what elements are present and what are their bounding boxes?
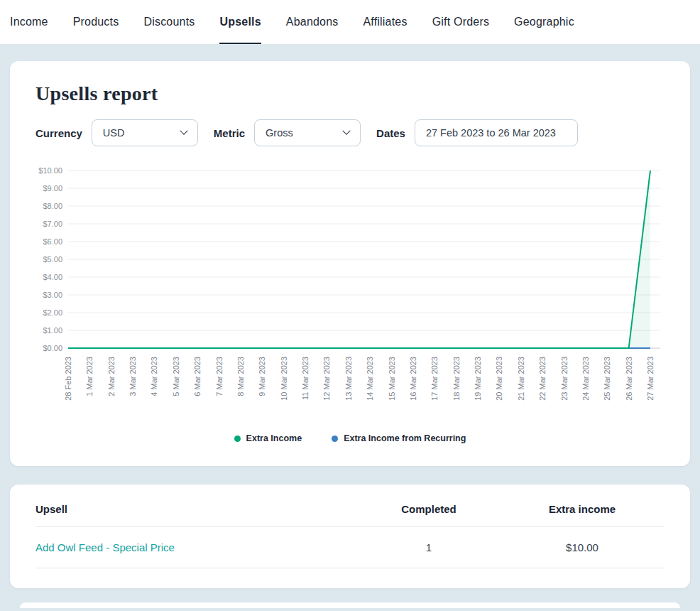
next-section-peek	[20, 602, 680, 608]
svg-text:7 Mar 2023: 7 Mar 2023	[215, 357, 224, 396]
svg-text:12 Mar 2023: 12 Mar 2023	[322, 357, 331, 401]
legend-extra-income[interactable]: Extra Income	[234, 433, 302, 443]
report-filters: Currency USD Metric Gross Dates 27 Feb 2…	[35, 119, 665, 146]
tab-affiliates[interactable]: Affiliates	[363, 0, 407, 44]
svg-text:$8.00: $8.00	[43, 202, 62, 210]
tab-products[interactable]: Products	[73, 0, 119, 44]
svg-text:25 Mar 2023: 25 Mar 2023	[603, 357, 611, 401]
svg-text:11 Mar 2023: 11 Mar 2023	[301, 357, 310, 400]
svg-text:14 Mar 2023: 14 Mar 2023	[366, 357, 374, 401]
svg-text:8 Mar 2023: 8 Mar 2023	[236, 357, 245, 396]
main-content: Upsells report Currency USD Metric Gross…	[0, 44, 700, 608]
svg-text:17 Mar 2023: 17 Mar 2023	[430, 357, 439, 401]
date-range-value: 27 Feb 2023 to 26 Mar 2023	[426, 127, 556, 139]
svg-text:10 Mar 2023: 10 Mar 2023	[280, 357, 288, 401]
tab-discounts[interactable]: Discounts	[143, 0, 195, 44]
col-header-completed: Completed	[358, 503, 500, 515]
extra-income-value: $10.00	[500, 541, 665, 553]
svg-text:15 Mar 2023: 15 Mar 2023	[388, 357, 396, 401]
tab-gift-orders[interactable]: Gift Orders	[432, 0, 489, 44]
svg-text:$0.00: $0.00	[43, 344, 62, 352]
col-header-upsell: Upsell	[35, 503, 358, 515]
svg-text:$4.00: $4.00	[43, 273, 62, 281]
col-header-extra-income: Extra income	[500, 503, 665, 515]
dates-label: Dates	[376, 127, 405, 139]
svg-text:$3.00: $3.00	[43, 291, 62, 299]
svg-text:5 Mar 2023: 5 Mar 2023	[172, 357, 180, 396]
svg-text:6 Mar 2023: 6 Mar 2023	[193, 357, 202, 396]
chevron-down-icon	[180, 127, 187, 135]
legend-extra-income-label: Extra Income	[246, 433, 302, 443]
svg-text:27 Mar 2023: 27 Mar 2023	[646, 357, 655, 401]
svg-text:16 Mar 2023: 16 Mar 2023	[409, 357, 417, 401]
tab-geographic[interactable]: Geographic	[514, 0, 574, 44]
svg-text:4 Mar 2023: 4 Mar 2023	[150, 357, 158, 396]
chart-area: $0.00$1.00$2.00$3.00$4.00$5.00$6.00$7.00…	[35, 163, 665, 422]
legend-extra-income-recurring[interactable]: Extra Income from Recurring	[332, 433, 466, 443]
svg-text:24 Mar 2023: 24 Mar 2023	[581, 357, 590, 401]
reports-tab-bar: Income Products Discounts Upsells Abando…	[0, 0, 700, 44]
upsell-link[interactable]: Add Owl Feed - Special Price	[35, 541, 358, 553]
svg-text:$5.00: $5.00	[43, 255, 62, 264]
completed-value: 1	[358, 541, 500, 553]
metric-select-value: Gross	[266, 127, 293, 139]
svg-text:1 Mar 2023: 1 Mar 2023	[85, 357, 94, 396]
svg-text:23 Mar 2023: 23 Mar 2023	[560, 357, 569, 401]
svg-text:3 Mar 2023: 3 Mar 2023	[128, 357, 137, 396]
currency-select-value: USD	[103, 127, 125, 139]
tab-abandons[interactable]: Abandons	[286, 0, 339, 44]
svg-text:22 Mar 2023: 22 Mar 2023	[538, 357, 547, 401]
currency-label: Currency	[35, 127, 82, 139]
tab-upsells[interactable]: Upsells	[219, 0, 261, 44]
svg-text:$2.00: $2.00	[43, 308, 62, 317]
table-row: Add Owl Feed - Special Price 1 $10.00	[35, 527, 665, 568]
metric-label: Metric	[214, 127, 245, 139]
table-header-row: Upsell Completed Extra income	[35, 503, 665, 527]
currency-select[interactable]: USD	[92, 119, 198, 146]
date-range-input[interactable]: 27 Feb 2023 to 26 Mar 2023	[415, 119, 578, 146]
upsells-line-chart: $0.00$1.00$2.00$3.00$4.00$5.00$6.00$7.00…	[35, 163, 665, 419]
svg-text:21 Mar 2023: 21 Mar 2023	[517, 357, 525, 401]
svg-text:$1.00: $1.00	[43, 326, 62, 335]
tab-income[interactable]: Income	[10, 0, 48, 44]
chevron-down-icon	[342, 127, 350, 135]
upsells-report-card: Upsells report Currency USD Metric Gross…	[10, 61, 690, 466]
svg-text:28 Feb 2023: 28 Feb 2023	[64, 357, 72, 401]
svg-text:20 Mar 2023: 20 Mar 2023	[495, 357, 503, 401]
svg-text:$10.00: $10.00	[38, 166, 62, 175]
svg-text:19 Mar 2023: 19 Mar 2023	[474, 357, 482, 401]
svg-text:26 Mar 2023: 26 Mar 2023	[625, 357, 633, 401]
legend-recurring-label: Extra Income from Recurring	[344, 433, 466, 443]
svg-text:13 Mar 2023: 13 Mar 2023	[344, 357, 353, 401]
svg-text:$6.00: $6.00	[43, 237, 62, 246]
recurring-income-dot-icon	[332, 436, 338, 442]
svg-text:2 Mar 2023: 2 Mar 2023	[107, 357, 116, 396]
upsells-table-card: Upsell Completed Extra income Add Owl Fe…	[10, 485, 690, 588]
extra-income-dot-icon	[234, 436, 241, 442]
metric-select[interactable]: Gross	[254, 119, 361, 146]
svg-text:$9.00: $9.00	[43, 184, 62, 193]
svg-text:$7.00: $7.00	[43, 220, 62, 228]
svg-text:18 Mar 2023: 18 Mar 2023	[452, 357, 461, 401]
page-title: Upsells report	[35, 82, 665, 105]
chart-legend: Extra Income Extra Income from Recurring	[35, 433, 665, 443]
svg-text:9 Mar 2023: 9 Mar 2023	[258, 357, 266, 396]
